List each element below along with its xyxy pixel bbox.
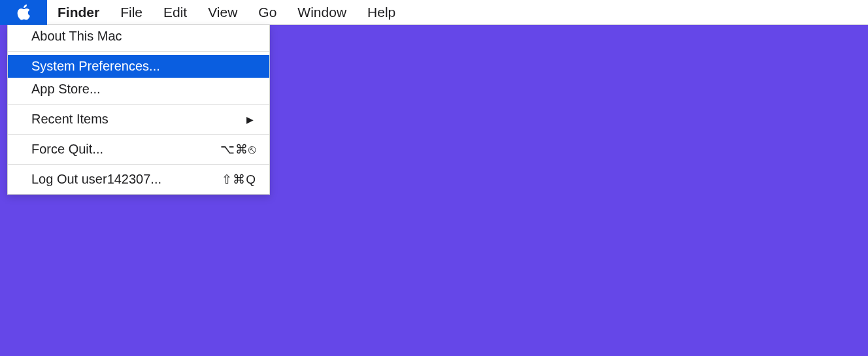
menubar-item-window[interactable]: Window bbox=[287, 0, 357, 25]
apple-menu[interactable] bbox=[0, 0, 47, 25]
menu-item-about-this-mac[interactable]: About This Mac bbox=[8, 25, 269, 48]
menu-item-label: Force Quit... bbox=[31, 142, 103, 157]
menubar-item-edit[interactable]: Edit bbox=[153, 0, 197, 25]
menu-item-app-store[interactable]: App Store... bbox=[8, 78, 269, 101]
menu-item-system-preferences[interactable]: System Preferences... bbox=[8, 55, 269, 78]
menu-item-log-out[interactable]: Log Out user142307... ⇧⌘Q bbox=[8, 168, 269, 191]
menubar-item-help[interactable]: Help bbox=[357, 0, 406, 25]
menu-item-label: Log Out user142307... bbox=[31, 172, 161, 187]
keyboard-shortcut: ⌥⌘⎋ bbox=[220, 142, 256, 157]
keyboard-shortcut: ⇧⌘Q bbox=[222, 172, 256, 187]
menu-separator bbox=[8, 104, 269, 105]
menubar-item-file[interactable]: File bbox=[110, 0, 153, 25]
submenu-arrow-icon: ▶ bbox=[246, 114, 256, 125]
menubar-app-name[interactable]: Finder bbox=[47, 0, 110, 25]
apple-logo-icon bbox=[16, 4, 31, 21]
apple-menu-dropdown: About This Mac System Preferences... App… bbox=[7, 25, 270, 195]
menu-separator bbox=[8, 164, 269, 165]
menubar-item-view[interactable]: View bbox=[197, 0, 248, 25]
menu-separator bbox=[8, 51, 269, 52]
menu-item-label: About This Mac bbox=[31, 29, 122, 44]
menu-item-label: App Store... bbox=[31, 82, 101, 97]
menubar: Finder File Edit View Go Window Help bbox=[0, 0, 868, 25]
menubar-item-go[interactable]: Go bbox=[248, 0, 287, 25]
menu-separator bbox=[8, 134, 269, 135]
menu-item-label: Recent Items bbox=[31, 112, 108, 127]
menu-item-force-quit[interactable]: Force Quit... ⌥⌘⎋ bbox=[8, 138, 269, 161]
menu-item-label: System Preferences... bbox=[31, 59, 160, 74]
menu-item-recent-items[interactable]: Recent Items ▶ bbox=[8, 108, 269, 131]
